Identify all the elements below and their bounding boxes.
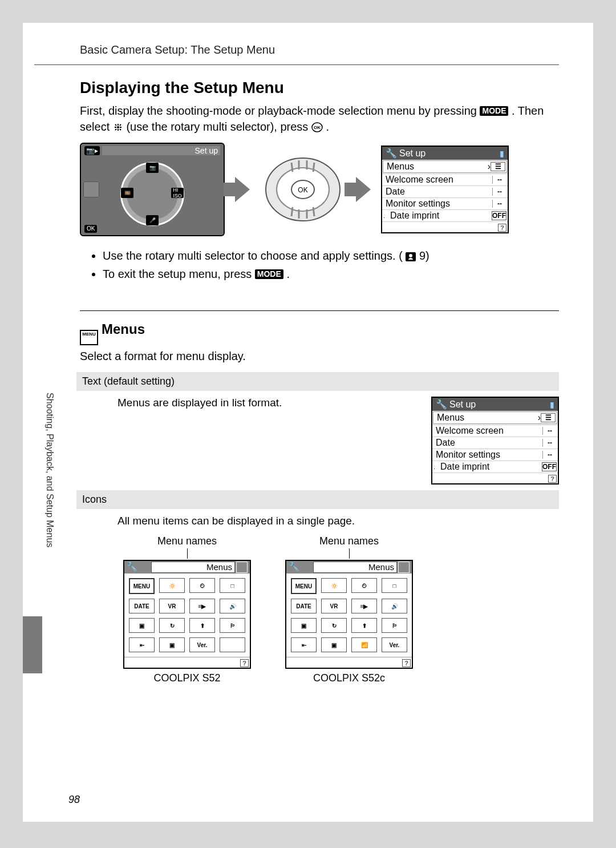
setup-wrench-icon <box>113 122 123 132</box>
menu-row-date-imprint: . Date imprint OFF <box>382 209 508 221</box>
wrench-icon: 🔧 <box>127 562 137 573</box>
icons-example-a: Menu names 🔧 Menus MENU🔅⏲□DATEVR≡▶🔊▣↻⬆🏳⇤… <box>123 535 251 684</box>
grid-cell: 🔊 <box>382 599 407 613</box>
svg-point-0 <box>117 126 119 128</box>
dial-mic-icon: 🎤 <box>146 215 159 225</box>
mode-button-label: MODE <box>480 106 508 116</box>
arrow-right-icon <box>356 177 371 202</box>
grid-cell: 🔅 <box>321 578 347 593</box>
grid-cell: VR <box>159 599 185 613</box>
intro-text-3: (use the rotary multi selector), press <box>126 120 311 133</box>
grid-cell: ≡▶ <box>351 599 377 613</box>
section-divider <box>80 310 559 311</box>
grid-cell: ⇤ <box>291 637 317 652</box>
mode-button-label: MODE <box>255 269 283 279</box>
option-icons-desc: All menu items can be displayed in a sin… <box>80 509 559 530</box>
camera-mode-icon: 📷▸ <box>84 146 100 155</box>
model-label-a: COOLPIX S52 <box>123 672 251 684</box>
menu-row-label: Date <box>383 187 492 197</box>
grid-cell: Ver. <box>382 637 407 652</box>
ok-inline-icon: OK <box>311 122 323 132</box>
setup-menu-screen-small: 🔧 Set up ▮ Menus› ☰ Welcome screen-- Dat… <box>431 397 559 484</box>
setup-menu-title: Set up <box>449 399 476 410</box>
intro-text-1: First, display the shooting-mode or play… <box>80 104 480 117</box>
intro-text-4: . <box>326 120 330 133</box>
menus-subtitle: Select a format for menu display. <box>80 350 559 363</box>
notes-list: Use the rotary multi selector to choose … <box>80 247 559 283</box>
grid-cell: ≡▶ <box>189 599 215 613</box>
icons-example-b: Menu names 🔧 Menus MENU🔅⏲□DATEVR≡▶🔊▣↻⬆🏳⇤… <box>285 535 413 684</box>
help-icon: ? <box>402 659 411 667</box>
side-caption: Shooting, Playback, and Setup Menus <box>44 393 55 547</box>
dial-hi-iso-icon: HIISO <box>171 188 184 198</box>
camera-back-illustration: 📷▸ Set up 📷 HIISO 🎤 🎞️ OK <box>80 143 225 236</box>
grid-indicator-icon <box>398 562 410 573</box>
page-title: Displaying the Setup Menu <box>80 79 559 97</box>
help-icon: ? <box>548 475 557 483</box>
arrow-right-icon <box>235 177 250 202</box>
help-icon: ? <box>240 659 249 667</box>
battery-icon: ▮ <box>550 400 554 409</box>
menu-row-indicator: -- <box>492 188 506 196</box>
grid-cell: ▣ <box>291 618 317 633</box>
menu-names-caption: Menu names <box>285 535 413 559</box>
grid-cell: ⏲ <box>351 578 377 593</box>
battery-icon: ▮ <box>500 149 504 158</box>
note-item: To exit the setup menu, press MODE . <box>103 265 559 283</box>
grid-cell: ↻ <box>159 618 185 633</box>
note-item: Use the rotary multi selector to choose … <box>103 247 559 265</box>
wrench-icon: 🔧 <box>289 562 299 573</box>
wrench-icon: 🔧 <box>386 148 397 159</box>
breadcrumb: Basic Camera Setup: The Setup Menu <box>34 40 559 65</box>
menu-row-indicator: OFF <box>492 211 506 220</box>
grid-indicator-icon <box>236 562 248 573</box>
menu-row-label: Welcome screen <box>383 175 492 185</box>
option-icons-header: Icons <box>76 490 559 509</box>
dial-auto-icon: 📷 <box>146 163 159 173</box>
menu-names-caption: Menu names <box>123 535 251 559</box>
grid-cell: ↻ <box>321 618 347 633</box>
intro-paragraph: First, display the shooting-mode or play… <box>80 103 559 135</box>
side-tab <box>23 616 42 673</box>
grid-cell: ⬆ <box>351 618 377 633</box>
page-number: 98 <box>68 794 80 806</box>
grid-cell: Ver. <box>189 637 215 652</box>
option-text-header: Text (default setting) <box>76 372 559 391</box>
model-label-b: COOLPIX S52c <box>285 672 413 684</box>
svg-line-13 <box>313 207 314 216</box>
menu-row-monitor: Monitor settings -- <box>382 197 508 209</box>
svg-point-15 <box>409 254 412 257</box>
svg-line-9 <box>313 163 314 172</box>
rotary-selector-illustration: OK <box>260 147 346 232</box>
menu-row-label: Monitor settings <box>383 199 492 209</box>
grid-header: Menus <box>313 562 397 573</box>
icon-grid-screen: 🔧 Menus MENU🔅⏲□DATEVR≡▶🔊▣↻⬆🏳⇤▣Ver. ? <box>123 560 251 669</box>
grid-cell: ⇤ <box>129 637 155 652</box>
icon-grid-screen: 🔧 Menus MENU🔅⏲□DATEVR≡▶🔊▣↻⬆🏳⇤▣📶Ver. ? <box>285 560 413 669</box>
grid-cell: VR <box>321 599 347 613</box>
illustration-row: 📷▸ Set up 📷 HIISO 🎤 🎞️ OK <box>80 143 559 236</box>
grid-cell: □ <box>220 578 245 593</box>
menu-outline-icon: MENU <box>80 330 98 345</box>
grid-cell: □ <box>382 578 407 593</box>
menu-row-menus: Menus › ☰ <box>383 160 507 173</box>
help-icon: ? <box>498 224 506 232</box>
svg-text:OK: OK <box>314 125 321 130</box>
svg-line-6 <box>291 163 293 172</box>
menus-heading: MENUMenus <box>80 321 559 345</box>
grid-header: Menus <box>151 562 235 573</box>
grid-cell: ⬆ <box>189 618 215 633</box>
page-ref-icon <box>406 252 416 261</box>
menu-row-welcome: Welcome screen -- <box>382 173 508 185</box>
grid-cell: ▣ <box>159 637 185 652</box>
grid-cell: ▣ <box>321 637 347 652</box>
grid-cell: DATE <box>129 599 155 613</box>
menu-row-indicator: ☰ <box>491 162 505 171</box>
camera-ok-chip: OK <box>84 225 97 233</box>
menu-row-date: Date -- <box>382 185 508 197</box>
grid-cell: 🔊 <box>220 599 245 613</box>
grid-cell: ⏲ <box>189 578 215 593</box>
grid-cell: MENU <box>129 578 155 594</box>
setup-menu-title: Set up <box>399 148 425 159</box>
camera-side-button <box>83 181 99 197</box>
